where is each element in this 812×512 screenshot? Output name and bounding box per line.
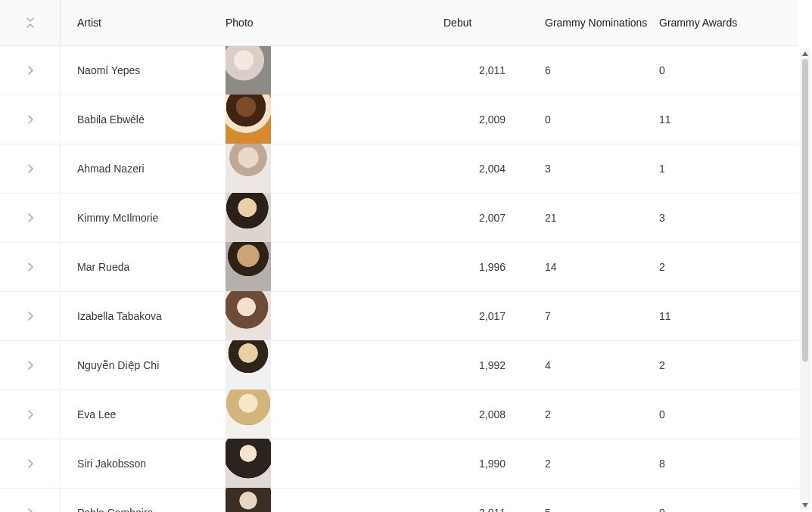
cell-nominations: 6 bbox=[522, 64, 655, 76]
row-expand-button[interactable] bbox=[0, 144, 60, 193]
cell-nominations: 3 bbox=[522, 163, 655, 175]
table-body: Naomí Yepes 2,011 6 0 Babila Ebwélé 2,00… bbox=[0, 46, 798, 512]
cell-artist: Siri Jakobsson bbox=[61, 458, 212, 470]
expand-all-cell bbox=[0, 0, 61, 45]
chevron-right-icon bbox=[27, 164, 33, 173]
table-row: Izabella Tabakova 2,017 7 11 bbox=[0, 292, 798, 341]
cell-awards: 2 bbox=[655, 261, 787, 273]
row-expand-button[interactable] bbox=[0, 194, 60, 242]
chevron-right-icon bbox=[27, 508, 33, 512]
cell-nominations: 5 bbox=[522, 507, 655, 512]
artist-photo bbox=[226, 46, 271, 95]
cell-artist: Pablo Cambeiro bbox=[61, 507, 212, 512]
cell-debut: 2,004 bbox=[439, 163, 522, 175]
artist-photo bbox=[226, 389, 271, 439]
cell-nominations: 4 bbox=[522, 359, 655, 371]
cell-artist: Naomí Yepes bbox=[61, 64, 212, 76]
chevron-right-icon bbox=[27, 459, 33, 468]
artist-photo bbox=[226, 193, 271, 242]
table-row: Babila Ebwélé 2,009 0 11 bbox=[0, 95, 798, 144]
cell-debut: 1,992 bbox=[439, 359, 522, 371]
cell-awards: 8 bbox=[655, 458, 787, 470]
cell-nominations: 7 bbox=[522, 310, 655, 322]
cell-nominations: 2 bbox=[522, 458, 655, 470]
scrollbar-down-button[interactable] bbox=[800, 500, 810, 510]
chevron-right-icon bbox=[27, 262, 33, 272]
table-row: Mar Rueda 1,996 14 2 bbox=[0, 243, 798, 292]
artists-table: Artist Photo Debut Grammy Nominations Gr… bbox=[0, 0, 798, 512]
column-header-photo[interactable]: Photo bbox=[212, 0, 439, 45]
table-header-row: Artist Photo Debut Grammy Nominations Gr… bbox=[0, 0, 798, 46]
artist-photo bbox=[226, 291, 271, 340]
scrollbar-up-button[interactable] bbox=[800, 48, 810, 59]
expand-collapse-all-toggle[interactable] bbox=[26, 17, 34, 28]
artist-photo bbox=[226, 439, 271, 488]
row-expand-button[interactable] bbox=[0, 46, 60, 95]
column-header-awards[interactable]: Grammy Awards bbox=[655, 17, 787, 29]
vertical-scrollbar[interactable] bbox=[800, 48, 810, 510]
cell-artist: Kimmy McIlmorie bbox=[61, 212, 212, 224]
cell-nominations: 0 bbox=[522, 113, 655, 126]
row-expand-button[interactable] bbox=[0, 341, 60, 389]
cell-artist: Mar Rueda bbox=[61, 261, 212, 273]
cell-artist: Eva Lee bbox=[61, 408, 212, 420]
cell-awards: 3 bbox=[655, 212, 787, 224]
cell-debut: 2,009 bbox=[439, 113, 522, 126]
cell-debut: 1,996 bbox=[439, 261, 522, 273]
chevron-right-icon bbox=[27, 361, 33, 370]
column-header-nominations[interactable]: Grammy Nominations bbox=[522, 17, 655, 29]
column-header-artist[interactable]: Artist bbox=[61, 17, 212, 29]
table-row: Kimmy McIlmorie 2,007 21 3 bbox=[0, 194, 798, 243]
chevron-up-icon bbox=[26, 23, 34, 28]
cell-debut: 2,007 bbox=[439, 212, 522, 224]
table-row: Naomí Yepes 2,011 6 0 bbox=[0, 46, 798, 95]
cell-artist: Izabella Tabakova bbox=[61, 310, 212, 322]
table-row: Pablo Cambeiro 2,011 5 0 bbox=[0, 489, 798, 512]
cell-debut: 2,011 bbox=[439, 507, 522, 512]
chevron-down-icon bbox=[26, 17, 34, 22]
column-header-debut[interactable]: Debut bbox=[439, 17, 522, 29]
cell-awards: 0 bbox=[655, 507, 787, 512]
cell-awards: 1 bbox=[655, 163, 787, 175]
cell-nominations: 14 bbox=[522, 261, 655, 273]
cell-awards: 11 bbox=[655, 310, 787, 322]
cell-nominations: 21 bbox=[522, 212, 655, 224]
scrollbar-track[interactable] bbox=[802, 59, 808, 500]
chevron-right-icon bbox=[27, 115, 33, 124]
cell-debut: 2,008 bbox=[439, 408, 522, 420]
artist-photo bbox=[226, 340, 271, 389]
chevron-right-icon bbox=[27, 66, 33, 75]
artist-photo bbox=[226, 242, 271, 291]
artist-photo bbox=[226, 95, 271, 144]
cell-awards: 0 bbox=[655, 408, 787, 420]
cell-awards: 11 bbox=[655, 113, 787, 126]
artist-photo bbox=[226, 144, 271, 193]
triangle-down-icon bbox=[802, 503, 808, 507]
cell-awards: 0 bbox=[655, 64, 787, 76]
row-expand-button[interactable] bbox=[0, 292, 60, 340]
cell-debut: 2,011 bbox=[439, 64, 522, 76]
cell-artist: Babila Ebwélé bbox=[61, 113, 212, 126]
table-row: Eva Lee 2,008 2 0 bbox=[0, 390, 798, 439]
cell-debut: 2,017 bbox=[439, 310, 522, 322]
chevron-right-icon bbox=[27, 410, 33, 419]
row-expand-button[interactable] bbox=[0, 439, 60, 488]
row-expand-button[interactable] bbox=[0, 243, 60, 291]
row-expand-button[interactable] bbox=[0, 489, 60, 512]
row-expand-button[interactable] bbox=[0, 95, 60, 144]
cell-nominations: 2 bbox=[522, 408, 655, 420]
table-row: Siri Jakobsson 1,990 2 8 bbox=[0, 439, 798, 489]
chevron-right-icon bbox=[27, 312, 33, 321]
table-row: Nguyễn Diệp Chi 1,992 4 2 bbox=[0, 341, 798, 390]
cell-awards: 2 bbox=[655, 359, 787, 371]
cell-debut: 1,990 bbox=[439, 458, 522, 470]
chevron-right-icon bbox=[27, 213, 33, 222]
cell-artist: Ahmad Nazeri bbox=[61, 163, 212, 175]
table-row: Ahmad Nazeri 2,004 3 1 bbox=[0, 144, 798, 194]
cell-artist: Nguyễn Diệp Chi bbox=[61, 359, 212, 371]
row-expand-button[interactable] bbox=[0, 390, 60, 439]
triangle-up-icon bbox=[802, 51, 808, 56]
scrollbar-thumb[interactable] bbox=[802, 59, 808, 362]
artist-photo bbox=[226, 488, 271, 512]
